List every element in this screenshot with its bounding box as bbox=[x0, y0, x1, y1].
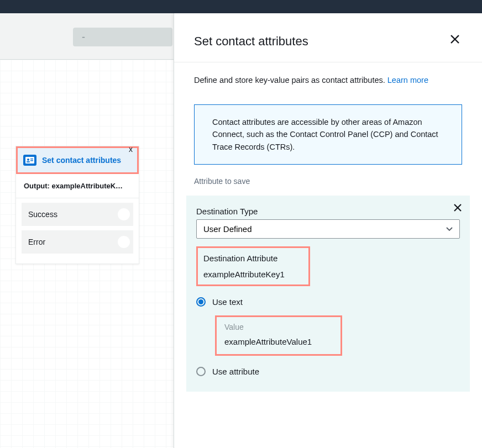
branch-error[interactable]: Error bbox=[22, 230, 133, 254]
branch-success[interactable]: Success bbox=[22, 203, 133, 226]
svg-rect-2 bbox=[27, 161, 30, 162]
flow-block-title: Set contact attributes bbox=[42, 156, 121, 165]
learn-more-link[interactable]: Learn more bbox=[387, 76, 428, 85]
destination-type-label: Destination Type bbox=[196, 207, 460, 216]
flow-block-close-button[interactable]: x bbox=[129, 145, 133, 154]
flow-block-header[interactable]: Set contact attributes x bbox=[16, 146, 139, 174]
use-text-radio[interactable] bbox=[196, 297, 206, 307]
value-label: Value bbox=[224, 323, 333, 331]
svg-point-1 bbox=[27, 159, 29, 161]
destination-attribute-group: Destination Attribute exampleAttributeKe… bbox=[196, 246, 310, 286]
toolbar-dropdown-label: - bbox=[82, 31, 85, 43]
remove-attribute-icon[interactable] bbox=[453, 203, 462, 215]
use-attribute-label: Use attribute bbox=[212, 367, 259, 376]
contact-card-icon bbox=[23, 155, 36, 166]
use-attribute-radio[interactable] bbox=[196, 367, 206, 376]
value-input[interactable]: exampleAttributeValue1 bbox=[224, 337, 333, 346]
use-attribute-radio-row[interactable]: Use attribute bbox=[196, 367, 460, 376]
value-field-group: Value exampleAttributeValue1 bbox=[215, 315, 342, 356]
toolbar-dropdown[interactable]: - bbox=[73, 28, 172, 46]
svg-rect-4 bbox=[30, 160, 33, 161]
use-text-label: Use text bbox=[212, 297, 243, 307]
chevron-down-icon bbox=[446, 225, 453, 233]
side-panel: Set contact attributes Define and store … bbox=[174, 13, 482, 448]
close-icon[interactable] bbox=[448, 34, 462, 46]
flow-block-branches: Success Error bbox=[16, 198, 139, 263]
attribute-editor: Destination Type User Defined Destinatio… bbox=[186, 196, 470, 392]
branch-label: Success bbox=[28, 210, 57, 219]
flow-block-set-contact-attributes[interactable]: Set contact attributes x Output: example… bbox=[15, 146, 139, 264]
destination-attribute-label: Destination Attribute bbox=[203, 254, 303, 263]
destination-type-select[interactable]: User Defined bbox=[196, 219, 460, 239]
flow-block-output: Output: exampleAttributeK… bbox=[16, 174, 139, 198]
info-callout: Contact attributes are accessible by oth… bbox=[194, 104, 462, 165]
branch-label: Error bbox=[28, 238, 45, 246]
attribute-to-save-label: Attribute to save bbox=[174, 165, 482, 191]
destination-type-value: User Defined bbox=[203, 224, 252, 234]
panel-description: Define and store key-value pairs as cont… bbox=[174, 62, 482, 87]
branch-connector[interactable] bbox=[118, 236, 130, 248]
panel-title: Set contact attributes bbox=[194, 34, 308, 49]
app-top-bar bbox=[0, 0, 482, 13]
use-text-radio-row[interactable]: Use text bbox=[196, 297, 460, 307]
destination-attribute-input[interactable]: exampleAttributeKey1 bbox=[203, 270, 303, 279]
svg-rect-3 bbox=[30, 159, 33, 160]
branch-connector[interactable] bbox=[118, 208, 130, 220]
